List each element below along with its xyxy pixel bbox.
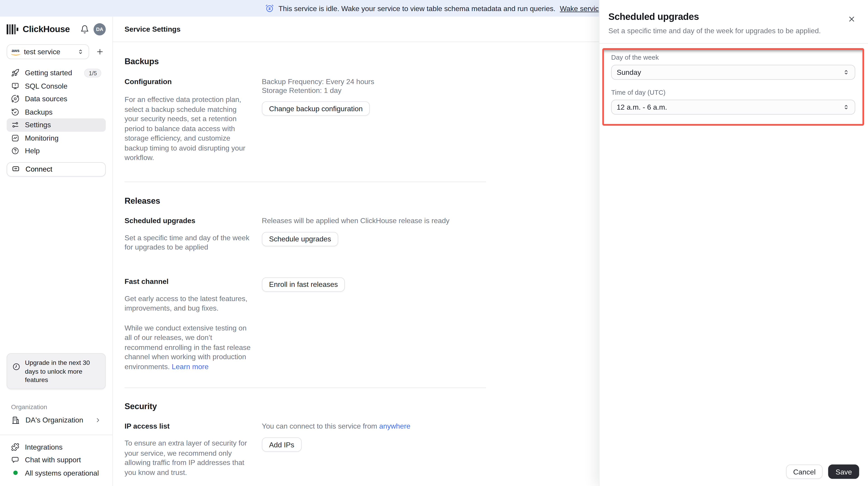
sidebar-item-monitoring[interactable]: Monitoring xyxy=(6,131,105,145)
banner-text: This service is idle. Wake your service … xyxy=(278,4,555,12)
configuration-description: For an effective data protection plan, s… xyxy=(125,95,251,162)
fast-channel-title: Fast channel xyxy=(125,277,262,285)
sidebar-item-label: Getting started xyxy=(25,69,79,77)
sidebar-item-getting-started[interactable]: Getting started 1/5 xyxy=(6,66,105,80)
status-green-dot xyxy=(13,470,18,475)
sidebar-item-settings[interactable]: Settings xyxy=(6,118,105,131)
sidebar-item-label: Help xyxy=(25,147,101,155)
sidebar-item-label: Backups xyxy=(25,108,101,116)
connect-button[interactable]: Connect xyxy=(6,162,105,176)
backup-frequency-info: Backup Frequency: Every 24 hours xyxy=(262,78,374,86)
panel-footer: Cancel Save xyxy=(599,457,868,486)
plus-icon xyxy=(95,48,104,56)
building-icon xyxy=(11,416,20,424)
time-of-day-value: 12 a.m. - 6 a.m. xyxy=(617,103,667,112)
chevron-updown-icon xyxy=(842,69,850,76)
day-of-week-value: Sunday xyxy=(617,68,641,77)
chat-bubble-icon xyxy=(11,456,20,464)
system-status[interactable]: All systems operational xyxy=(6,466,105,480)
cancel-button[interactable]: Cancel xyxy=(786,464,823,479)
sidebar-item-label: Integrations xyxy=(25,443,101,451)
organization-label: Organization xyxy=(11,403,106,410)
scheduled-upgrades-title: Scheduled upgrades xyxy=(125,216,262,224)
ip-connect-info: You can connect to this service from any… xyxy=(262,422,410,431)
service-switcher[interactable]: aws test service xyxy=(6,44,89,59)
change-backup-configuration-button[interactable]: Change backup configuration xyxy=(262,101,370,116)
sidebar-item-integrations[interactable]: Integrations xyxy=(6,441,105,453)
scheduled-upgrades-description: Set a specific time and day of the week … xyxy=(125,233,251,252)
brand-name: ClickHouse xyxy=(23,24,70,34)
status-label: All systems operational xyxy=(25,469,101,477)
add-ips-button[interactable]: Add IPs xyxy=(262,437,301,452)
connect-label: Connect xyxy=(26,165,53,173)
data-sources-icon xyxy=(11,95,20,103)
day-of-week-select[interactable]: Sunday xyxy=(611,65,855,80)
security-section-title: Security xyxy=(125,401,486,411)
user-avatar[interactable]: DA xyxy=(94,23,106,35)
sidebar-item-chat-support[interactable]: Chat with support xyxy=(6,453,105,466)
releases-info: Releases will be applied when ClickHouse… xyxy=(262,216,450,225)
section-divider xyxy=(125,388,486,388)
learn-more-link[interactable]: Learn more xyxy=(172,362,209,371)
console-icon xyxy=(11,82,20,90)
sidebar-item-label: Settings xyxy=(25,121,101,129)
panel-divider xyxy=(599,43,868,43)
annotation-highlight-box: Day of the week Sunday Time of day (UTC)… xyxy=(602,48,864,126)
sidebar-item-sql-console[interactable]: SQL Console xyxy=(6,79,105,92)
rocket-icon xyxy=(11,69,20,77)
help-icon xyxy=(11,147,20,155)
upgrade-notice-text: Upgrade in the next 30 days to unlock mo… xyxy=(25,358,100,384)
organization-switcher[interactable]: DA's Organization xyxy=(6,413,105,427)
clock-icon xyxy=(12,363,21,371)
scheduled-upgrades-panel: Scheduled upgrades Set a specific time a… xyxy=(599,0,868,486)
enroll-fast-releases-button[interactable]: Enroll in fast releases xyxy=(262,277,345,292)
wake-service-link[interactable]: Wake service xyxy=(560,4,603,12)
schedule-upgrades-button[interactable]: Schedule upgrades xyxy=(262,232,338,246)
clickhouse-cloud-app: This service is idle. Wake your service … xyxy=(0,0,868,486)
upgrade-notice[interactable]: Upgrade in the next 30 days to unlock mo… xyxy=(6,353,105,389)
ip-access-list-description: To ensure an extra layer of security for… xyxy=(125,438,251,477)
chevron-updown-icon xyxy=(842,103,850,111)
day-of-week-label: Day of the week xyxy=(611,54,855,61)
save-button[interactable]: Save xyxy=(829,464,859,479)
sidebar-item-label: SQL Console xyxy=(25,82,101,90)
page-title: Service Settings xyxy=(125,25,181,33)
backups-section-title: Backups xyxy=(125,57,486,66)
chevron-updown-icon xyxy=(77,48,84,55)
time-of-day-label: Time of day (UTC) xyxy=(611,89,855,96)
close-icon[interactable] xyxy=(846,14,857,24)
sidebar-item-label: Data sources xyxy=(25,95,101,103)
add-service-button[interactable] xyxy=(94,45,106,58)
storage-retention-info: Storage Retention: 1 day xyxy=(262,86,341,95)
releases-section-title: Releases xyxy=(125,196,486,205)
snooze-alarm-icon xyxy=(265,4,274,13)
fast-channel-description-2: While we conduct extensive testing on al… xyxy=(125,323,251,371)
sidebar: ClickHouse DA aws test service xyxy=(0,17,113,486)
puzzle-icon xyxy=(11,443,20,451)
clickhouse-logo-icon xyxy=(6,24,18,34)
sidebar-nav: Getting started 1/5 SQL Console xyxy=(0,66,112,157)
sidebar-header: ClickHouse DA xyxy=(0,17,112,41)
chevron-right-icon xyxy=(95,417,101,423)
backups-icon xyxy=(11,108,20,116)
sidebar-item-label: Monitoring xyxy=(25,134,101,142)
ip-access-list-title: IP access list xyxy=(125,422,262,430)
section-divider xyxy=(125,181,486,182)
sidebar-item-help[interactable]: Help xyxy=(6,145,105,157)
connect-icon xyxy=(11,165,20,173)
progress-badge: 1/5 xyxy=(84,68,101,77)
configuration-title: Configuration xyxy=(125,78,262,86)
panel-description: Set a specific time and day of the week … xyxy=(608,27,859,35)
sidebar-item-data-sources[interactable]: Data sources xyxy=(6,92,105,105)
organization-name: DA's Organization xyxy=(26,416,89,424)
notifications-bell-icon[interactable] xyxy=(80,25,89,33)
service-switcher-value: test service xyxy=(24,48,72,56)
panel-title: Scheduled upgrades xyxy=(608,0,859,23)
fast-channel-description-1: Get early access to the latest features,… xyxy=(125,294,251,313)
anywhere-link[interactable]: anywhere xyxy=(379,422,410,430)
time-of-day-select[interactable]: 12 a.m. - 6 a.m. xyxy=(611,100,855,115)
sidebar-item-backups[interactable]: Backups xyxy=(6,105,105,119)
sidebar-item-label: Chat with support xyxy=(25,456,101,464)
aws-logo-icon: aws xyxy=(11,48,20,53)
monitoring-icon xyxy=(11,134,20,142)
